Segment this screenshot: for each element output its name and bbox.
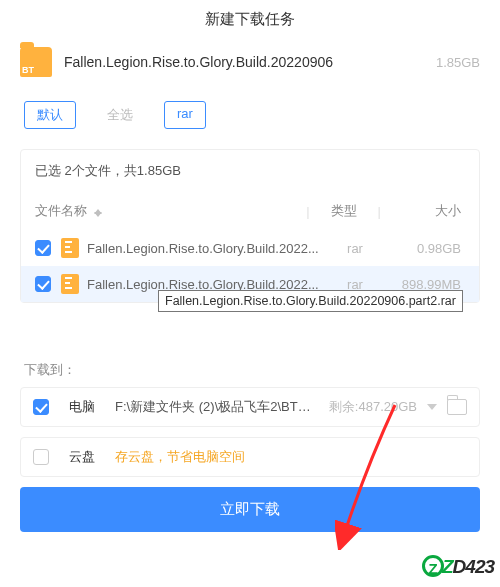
sort-icon[interactable] <box>94 209 102 214</box>
filter-tabs: 默认 全选 rar <box>0 87 500 149</box>
watermark-text: ZD423 <box>442 556 494 578</box>
file-name: Fallen.Legion.Rise.to.Glory.Build.2022..… <box>87 241 325 256</box>
rar-file-icon <box>61 238 79 258</box>
page-title: 新建下载任务 <box>0 10 500 29</box>
torrent-name: Fallen.Legion.Rise.to.Glory.Build.202209… <box>64 54 426 70</box>
download-button[interactable]: 立即下载 <box>20 487 480 532</box>
dest-local-checkbox[interactable] <box>33 399 49 415</box>
download-to-label: 下载到： <box>24 361 476 379</box>
file-panel: 已选 2个文件，共1.85GB 文件名称 | 类型 | 大小 Fallen.Le… <box>20 149 480 303</box>
dest-cloud-row[interactable]: 云盘 存云盘，节省电脑空间 <box>20 437 480 477</box>
dest-cloud-checkbox[interactable] <box>33 449 49 465</box>
dest-cloud-note: 存云盘，节省电脑空间 <box>115 448 245 466</box>
dest-local-remaining: 剩余:487.20GB <box>329 398 417 416</box>
col-type-label[interactable]: 类型 <box>314 202 374 220</box>
col-size-label[interactable]: 大小 <box>385 202 465 220</box>
file-checkbox[interactable] <box>35 276 51 292</box>
filename-tooltip: Fallen.Legion.Rise.to.Glory.Build.202209… <box>158 290 463 312</box>
rar-file-icon <box>61 274 79 294</box>
file-checkbox[interactable] <box>35 240 51 256</box>
torrent-info-row: BT Fallen.Legion.Rise.to.Glory.Build.202… <box>0 43 500 87</box>
bt-folder-icon: BT <box>20 47 52 77</box>
file-summary: 已选 2个文件，共1.85GB <box>21 150 479 192</box>
browse-folder-icon[interactable] <box>447 399 467 415</box>
col-name-label[interactable]: 文件名称 <box>35 202 87 220</box>
watermark-badge: Z <box>422 555 444 577</box>
file-table-head: 文件名称 | 类型 | 大小 <box>21 192 479 230</box>
dest-local-path[interactable]: F:\新建文件夹 (2)\极品飞车2\BT种子 <box>115 398 319 416</box>
dest-cloud-name: 云盘 <box>69 448 105 466</box>
tab-select-all[interactable]: 全选 <box>94 101 146 129</box>
chevron-down-icon[interactable] <box>427 404 437 410</box>
watermark: Z ZD423 <box>422 553 494 581</box>
file-type: rar <box>325 241 385 256</box>
dest-local-row[interactable]: 电脑 F:\新建文件夹 (2)\极品飞车2\BT种子 剩余:487.20GB <box>20 387 480 427</box>
file-size: 0.98GB <box>385 241 465 256</box>
torrent-size: 1.85GB <box>426 55 480 70</box>
tab-default[interactable]: 默认 <box>24 101 76 129</box>
tab-rar[interactable]: rar <box>164 101 206 129</box>
dest-local-name: 电脑 <box>69 398 105 416</box>
table-row[interactable]: Fallen.Legion.Rise.to.Glory.Build.2022..… <box>21 230 479 266</box>
